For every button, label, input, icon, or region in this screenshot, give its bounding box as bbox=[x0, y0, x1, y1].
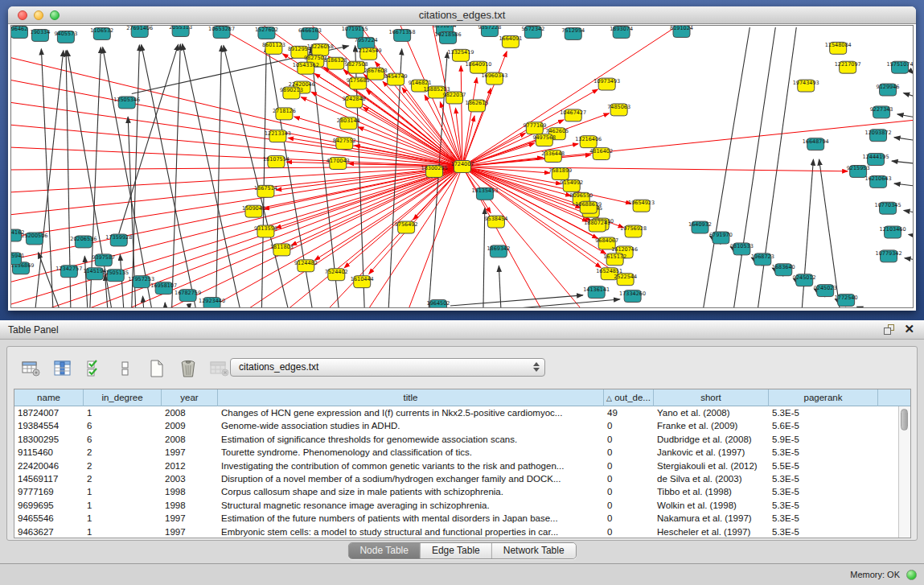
graph-node[interactable]: 12342757 bbox=[55, 266, 82, 278]
table-cell[interactable]: 1997 bbox=[162, 512, 218, 525]
graph-node[interactable]: 1772540 bbox=[835, 295, 858, 307]
table-cell[interactable]: 5.3E-5 bbox=[769, 512, 878, 525]
graph-node[interactable]: 15135453 bbox=[471, 187, 498, 200]
table-cell[interactable]: Genome-wide association studies in ADHD. bbox=[218, 419, 604, 432]
select-columns-icon[interactable] bbox=[83, 357, 105, 380]
table-cell[interactable]: 1998 bbox=[162, 499, 218, 512]
graph-node[interactable]: 9405573 bbox=[54, 31, 77, 43]
graph-node[interactable]: 190334 bbox=[31, 29, 51, 41]
table-cell[interactable]: 18300295 bbox=[14, 433, 84, 446]
graph-node[interactable]: 9129946 bbox=[877, 84, 900, 96]
graph-node[interactable]: 1640932 bbox=[688, 221, 712, 233]
tab-node-table[interactable]: Node Table bbox=[348, 543, 421, 558]
table-cell[interactable]: 0 bbox=[604, 433, 654, 446]
table-cell[interactable]: 5.3E-5 bbox=[769, 446, 878, 459]
table-vertical-scrollbar[interactable] bbox=[898, 406, 910, 538]
graph-node[interactable]: 96462 bbox=[11, 26, 27, 38]
graph-node[interactable]: 8186328 bbox=[324, 57, 347, 69]
graph-node[interactable]: 9890213 bbox=[280, 87, 303, 99]
float-panel-icon[interactable] bbox=[884, 324, 895, 336]
graph-node[interactable]: 1964502 bbox=[427, 300, 450, 307]
table-cell[interactable]: 1997 bbox=[162, 525, 218, 538]
table-cell[interactable]: Wolkin et al. (1998) bbox=[654, 499, 769, 512]
graph-node[interactable]: 1811803 bbox=[270, 244, 294, 256]
table-cell[interactable]: 5.3E-5 bbox=[769, 472, 878, 485]
graph-node[interactable]: 9154992 bbox=[560, 179, 583, 192]
graph-node[interactable]: 8427552 bbox=[333, 138, 356, 150]
graph-node[interactable]: 18107554 bbox=[263, 156, 290, 168]
table-cell[interactable]: Nakamura et al. (1997) bbox=[654, 512, 769, 525]
graph-node[interactable]: 1724007 bbox=[451, 161, 474, 173]
graph-node[interactable]: 11548084 bbox=[825, 42, 852, 54]
table-cell[interactable]: 2009 bbox=[162, 419, 218, 432]
graph-node[interactable]: 17359928 bbox=[105, 234, 132, 246]
graph-node[interactable]: 9810533 bbox=[730, 243, 754, 255]
graph-node[interactable]: 13325419 bbox=[448, 49, 474, 61]
graph-node[interactable]: 1610444 bbox=[351, 276, 374, 288]
table-cell[interactable]: 5.5E-5 bbox=[769, 459, 878, 472]
graph-node[interactable]: 6791970 bbox=[709, 232, 733, 244]
graph-node[interactable]: 19743493 bbox=[793, 80, 819, 92]
table-cell[interactable]: Embryonic stem cells: a model to study s… bbox=[218, 525, 604, 538]
graph-node[interactable]: 14136141 bbox=[583, 286, 610, 299]
graph-node[interactable]: 8191024 bbox=[670, 26, 693, 37]
table-cell[interactable]: 0 bbox=[604, 485, 654, 498]
table-cell[interactable]: de Silva et al. (2003) bbox=[654, 472, 769, 485]
new-file-icon[interactable] bbox=[146, 357, 168, 380]
table-cell[interactable]: Tibbo et al. (1998) bbox=[654, 485, 769, 498]
column-header-title[interactable]: title bbox=[218, 389, 604, 406]
table-cell[interactable]: 1997 bbox=[162, 446, 218, 459]
table-row[interactable]: 1938455462009Genome-wide association stu… bbox=[14, 419, 910, 432]
graph-node[interactable]: 1862615 bbox=[466, 100, 489, 112]
graph-node[interactable]: 9313556 bbox=[254, 225, 277, 237]
graph-node[interactable]: 12124549 bbox=[355, 47, 382, 60]
table-row[interactable]: 969969511998Structural magnetic resonanc… bbox=[14, 499, 910, 512]
table-cell[interactable]: 2012 bbox=[162, 459, 218, 472]
graph-node[interactable]: 9175685 bbox=[347, 77, 370, 89]
graph-node[interactable]: 5572342 bbox=[521, 26, 544, 38]
scrollbar-thumb[interactable] bbox=[901, 409, 908, 431]
table-cell[interactable]: 6 bbox=[84, 433, 162, 446]
graph-node[interactable]: 8601123 bbox=[262, 42, 285, 54]
table-cell[interactable]: Investigating the contribution of common… bbox=[218, 459, 604, 472]
graph-node[interactable]: 13216406 bbox=[575, 136, 602, 148]
table-cell[interactable]: 1 bbox=[84, 499, 162, 512]
table-cell[interactable]: 2008 bbox=[162, 433, 218, 446]
delete-rows-trash-icon[interactable] bbox=[177, 357, 199, 380]
table-cell[interactable]: 18724007 bbox=[14, 406, 84, 419]
table-row[interactable]: 1830029562008Estimation of significance … bbox=[14, 433, 910, 446]
table-cell[interactable]: Franke et al. (2009) bbox=[654, 419, 769, 432]
table-cell[interactable]: Tourette syndrome. Phenomenology and cla… bbox=[218, 446, 604, 459]
graph-node[interactable]: 9777169 bbox=[523, 122, 546, 134]
graph-node[interactable]: 27691406 bbox=[126, 26, 153, 37]
graph-node[interactable]: 10543362 bbox=[293, 62, 319, 74]
graph-node[interactable]: 10719155 bbox=[342, 26, 368, 38]
graph-node[interactable]: 6466163 bbox=[298, 27, 322, 39]
graph-node[interactable]: 19218586 bbox=[435, 31, 462, 43]
table-row[interactable]: 1872400712008Changes of HCN gene express… bbox=[14, 406, 910, 419]
table-cell[interactable]: 0 bbox=[604, 512, 654, 525]
table-cell[interactable]: 0 bbox=[604, 419, 654, 432]
table-cell[interactable]: 2 bbox=[84, 459, 162, 472]
graph-node[interactable]: 7581899 bbox=[548, 167, 572, 179]
graph-node[interactable]: 9227343 bbox=[870, 106, 893, 118]
table-cell[interactable]: 2 bbox=[84, 472, 162, 485]
table-cell[interactable]: Stergiakouli et al. (2012) bbox=[654, 459, 769, 472]
graph-node[interactable]: 8454749 bbox=[384, 73, 408, 85]
graph-node[interactable]: 10973493 bbox=[593, 78, 620, 90]
graph-node[interactable]: 2522544 bbox=[614, 274, 637, 286]
table-cell[interactable]: Hescheler et al. (1997) bbox=[654, 525, 769, 538]
graph-node[interactable]: 9242848 bbox=[343, 96, 366, 108]
graph-node[interactable]: 19756928 bbox=[620, 225, 647, 237]
graph-node[interactable]: 16960343 bbox=[481, 72, 507, 84]
table-row[interactable]: 2242004622012Investigating the contribut… bbox=[14, 459, 910, 472]
table-cell[interactable]: Disruption of a novel member of a sodium… bbox=[218, 472, 604, 485]
table-cell[interactable]: 49 bbox=[604, 406, 654, 419]
graph-node[interactable]: 1527602 bbox=[255, 27, 278, 39]
table-cell[interactable]: 9115460 bbox=[14, 446, 84, 459]
graph-node[interactable]: 10779342 bbox=[876, 250, 902, 262]
table-cell[interactable]: Corpus callosum shape and size in male p… bbox=[218, 485, 604, 498]
graph-node[interactable]: 4170043 bbox=[326, 158, 350, 170]
column-header-pagerank[interactable]: pagerank bbox=[769, 389, 878, 406]
graph-node[interactable]: 9934162 bbox=[11, 229, 24, 241]
